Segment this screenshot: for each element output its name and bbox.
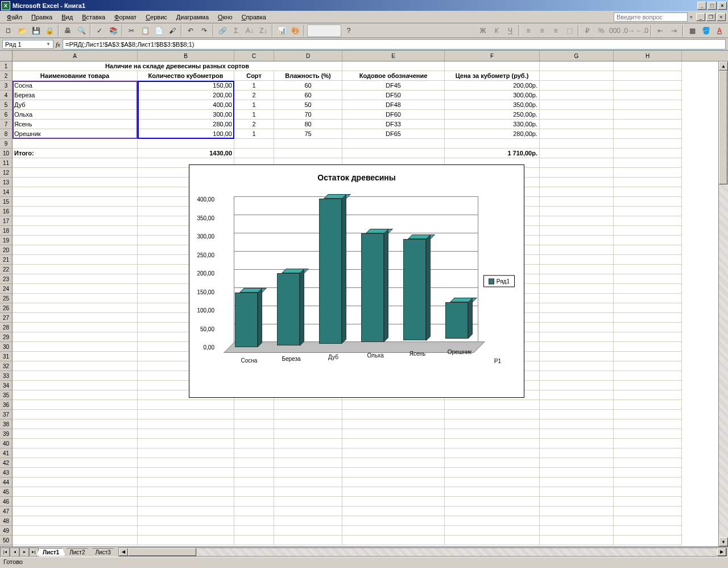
- cell[interactable]: [540, 178, 614, 187]
- cell[interactable]: [540, 536, 614, 545]
- row-header[interactable]: 2: [0, 71, 12, 81]
- cell[interactable]: [540, 303, 614, 313]
- cell[interactable]: 60: [274, 81, 342, 90]
- cell[interactable]: [138, 419, 234, 429]
- cell[interactable]: [540, 236, 614, 245]
- italic-icon[interactable]: К: [490, 24, 503, 37]
- cell[interactable]: [342, 149, 445, 158]
- cell[interactable]: [614, 255, 682, 265]
- next-sheet-icon[interactable]: ▸: [19, 548, 29, 557]
- cell[interactable]: [234, 487, 274, 497]
- cell[interactable]: [342, 448, 445, 458]
- cell[interactable]: [445, 536, 540, 545]
- cell[interactable]: [274, 516, 342, 526]
- vertical-scrollbar[interactable]: ▲ ▼: [718, 61, 728, 546]
- cell[interactable]: [540, 197, 614, 207]
- formula-input[interactable]: [63, 39, 726, 50]
- cell[interactable]: Влажность (%): [274, 71, 342, 81]
- chart-bar[interactable]: Орешник: [445, 302, 468, 339]
- cell[interactable]: [13, 139, 138, 149]
- col-header[interactable]: D: [274, 51, 342, 61]
- cell[interactable]: [274, 536, 342, 545]
- cell[interactable]: [445, 410, 540, 419]
- cell[interactable]: Ольха: [13, 110, 138, 120]
- cell[interactable]: 2: [234, 120, 274, 129]
- col-header[interactable]: C: [234, 51, 274, 61]
- cell[interactable]: [540, 323, 614, 332]
- chart-bar[interactable]: Сосна: [235, 293, 258, 347]
- cell[interactable]: [342, 526, 445, 536]
- cell[interactable]: [614, 478, 682, 487]
- chart-bar[interactable]: Дуб: [319, 199, 342, 344]
- embedded-chart[interactable]: Остаток древесины 400,00350,00300,00250,…: [189, 164, 524, 398]
- cell[interactable]: [13, 342, 138, 352]
- cell[interactable]: 70: [274, 110, 342, 120]
- format-painter-icon[interactable]: 🖌: [166, 24, 179, 37]
- cell[interactable]: [342, 429, 445, 439]
- row-header[interactable]: 18: [0, 226, 12, 236]
- cell[interactable]: [614, 245, 682, 255]
- cell[interactable]: 1: [234, 81, 274, 90]
- cell[interactable]: [274, 410, 342, 419]
- cell[interactable]: [13, 536, 138, 545]
- cell[interactable]: DF65: [342, 129, 445, 139]
- menu-вставка[interactable]: Вставка: [77, 13, 110, 22]
- cell[interactable]: [274, 448, 342, 458]
- col-header[interactable]: G: [540, 51, 614, 61]
- cell[interactable]: [614, 323, 682, 332]
- cut-icon[interactable]: ✂: [125, 24, 138, 37]
- cell[interactable]: [540, 71, 614, 81]
- cell[interactable]: [540, 390, 614, 400]
- cell[interactable]: [540, 410, 614, 419]
- cell[interactable]: 280,00р.: [445, 129, 540, 139]
- cell[interactable]: [234, 536, 274, 545]
- cell[interactable]: 2: [234, 90, 274, 100]
- cell[interactable]: [13, 429, 138, 439]
- cell[interactable]: [614, 61, 682, 71]
- cell[interactable]: [614, 526, 682, 536]
- open-icon[interactable]: 📂: [16, 24, 28, 37]
- cell[interactable]: [614, 236, 682, 245]
- cell[interactable]: [614, 110, 682, 120]
- cell[interactable]: [614, 448, 682, 458]
- horizontal-scrollbar[interactable]: ◀ ▶: [118, 548, 727, 557]
- cell[interactable]: Количество кубометров: [138, 71, 234, 81]
- cell[interactable]: [342, 507, 445, 516]
- cell[interactable]: [234, 507, 274, 516]
- fill-color-icon[interactable]: 🪣: [700, 24, 712, 37]
- cell[interactable]: [614, 120, 682, 129]
- cell[interactable]: Наименование товара: [13, 71, 138, 81]
- chart-bar[interactable]: Ольха: [361, 233, 384, 342]
- cell[interactable]: [274, 429, 342, 439]
- cell[interactable]: [138, 439, 234, 448]
- row-header[interactable]: 45: [0, 487, 12, 497]
- scroll-left-icon[interactable]: ◀: [119, 548, 128, 556]
- row-header[interactable]: 6: [0, 110, 12, 120]
- cell[interactable]: [13, 294, 138, 303]
- cell[interactable]: [13, 478, 138, 487]
- cell[interactable]: [540, 168, 614, 178]
- cell[interactable]: [614, 265, 682, 274]
- cell[interactable]: [13, 178, 138, 187]
- cell[interactable]: DF48: [342, 100, 445, 110]
- cell[interactable]: Береза: [13, 90, 138, 100]
- row-header[interactable]: 14: [0, 187, 12, 197]
- cell[interactable]: 200,00р.: [445, 81, 540, 90]
- cell[interactable]: [138, 487, 234, 497]
- name-box[interactable]: Ряд 1 ▼: [2, 40, 53, 49]
- cell[interactable]: [274, 400, 342, 410]
- cell[interactable]: [614, 303, 682, 313]
- cell[interactable]: [13, 507, 138, 516]
- cell[interactable]: [614, 468, 682, 478]
- cell[interactable]: [614, 226, 682, 236]
- col-header[interactable]: F: [445, 51, 540, 61]
- cell[interactable]: Цена за кубометр (руб.): [445, 71, 540, 81]
- sheet-tab[interactable]: Лист1: [36, 548, 65, 556]
- row-header[interactable]: 11: [0, 158, 12, 168]
- cell[interactable]: [614, 458, 682, 468]
- cell[interactable]: [274, 507, 342, 516]
- cell[interactable]: [614, 371, 682, 381]
- worksheet-grid[interactable]: 1234567891011121314151617181920212223242…: [0, 51, 728, 546]
- cell[interactable]: [614, 100, 682, 110]
- cell[interactable]: [234, 439, 274, 448]
